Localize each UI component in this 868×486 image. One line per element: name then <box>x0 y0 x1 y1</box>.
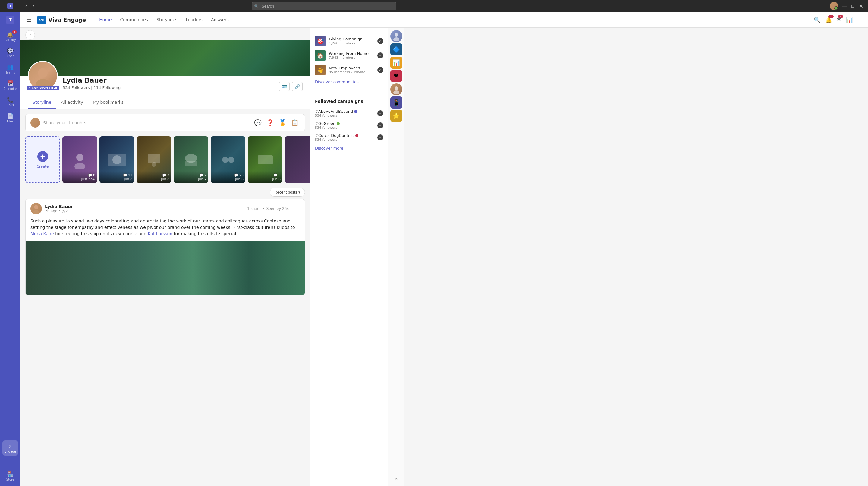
nav-home[interactable]: Home <box>96 16 115 24</box>
nav-storylines[interactable]: Storylines <box>153 16 181 24</box>
post-author-avatar <box>30 203 42 214</box>
header-messages-button[interactable]: ✉ 5 <box>835 16 842 24</box>
campaign-cutest-dog[interactable]: #CutestDogContest 534 followers ✓ <box>315 131 383 144</box>
campaign-go-green[interactable]: #GoGreen 534 followers ✓ <box>315 119 383 131</box>
sidebar-item-files[interactable]: 📄 Files <box>2 110 18 125</box>
campaign-3-check: ✓ <box>377 134 383 141</box>
community-working-from-home[interactable]: 🏠 Working From Home 7,943 members ✓ <box>315 48 383 63</box>
story-item-2[interactable]: 💬11 Jun 8 <box>99 136 134 183</box>
far-right-app-4[interactable]: 📱 <box>390 96 402 109</box>
post-link-mona[interactable]: Mona Kane <box>30 231 54 236</box>
header-share-button[interactable]: 📊 <box>845 16 854 24</box>
story-item-6[interactable]: 💬5 Jun 6 <box>248 136 282 183</box>
sidebar-item-more[interactable]: ··· <box>2 457 18 467</box>
collapse-panel-button[interactable]: « <box>393 473 400 484</box>
header-notifications-button[interactable]: 🔔 12 <box>824 16 833 24</box>
tab-all-activity[interactable]: All activity <box>56 96 88 109</box>
story-item-3[interactable]: 💬7 Jun 8 <box>136 136 171 183</box>
story-comments-1: 💬8 <box>88 173 95 177</box>
avatar-silhouette <box>31 64 55 88</box>
user-avatar[interactable] <box>830 2 838 10</box>
campaign-1-dot <box>354 110 357 113</box>
sidebar-item-calls[interactable]: 📞 Calls <box>2 94 18 109</box>
share-question-button[interactable]: ❓ <box>265 118 275 127</box>
sidebar-item-teams[interactable]: 👥 Teams <box>2 61 18 77</box>
far-right-avatar-2[interactable] <box>390 83 402 95</box>
tab-my-bookmarks[interactable]: My bookmarks <box>88 96 128 109</box>
community-giving-campaign[interactable]: 🎯 Giving Campaign 1,268 members ✓ <box>315 34 383 48</box>
sidebar-item-chat[interactable]: 💬 Chat <box>2 45 18 60</box>
header-search-button[interactable]: 🔍 <box>812 16 822 24</box>
teams-sidebar: T 🔔 Activity 1 💬 Chat 👥 Teams 📅 Calendar… <box>0 12 21 486</box>
far-right-app-3[interactable]: ❤ <box>390 70 402 82</box>
minimize-button[interactable]: — <box>841 2 848 10</box>
app-header: ☰ VE Viva Engage Home Communities Storyl… <box>21 12 868 28</box>
svg-rect-12 <box>148 154 160 163</box>
story-item-7[interactable] <box>285 136 310 183</box>
new-employees-name: New Employees <box>329 66 374 70</box>
far-right-app-5[interactable]: ⭐ <box>390 110 402 122</box>
story-item-1[interactable]: 💬8 Just now <box>62 136 97 183</box>
header-more-button[interactable]: ··· <box>856 16 863 24</box>
campaign-1-check: ✓ <box>377 110 383 116</box>
sidebar-item-activity[interactable]: 🔔 Activity 1 <box>2 29 18 44</box>
story-thumbnail-7 <box>285 136 310 183</box>
share-kudos-button[interactable]: 🏅 <box>278 118 287 127</box>
share-user-avatar <box>30 118 40 127</box>
hamburger-button[interactable]: ☰ <box>25 16 33 24</box>
post-more-button[interactable]: ⋮ <box>292 204 300 213</box>
titlebar-right-actions: ··· — □ ✕ <box>821 2 868 10</box>
story-item-5[interactable]: 💬23 Jun 6 <box>211 136 245 183</box>
main-layout: T 🔔 Activity 1 💬 Chat 👥 Teams 📅 Calendar… <box>0 12 868 486</box>
tab-storyline[interactable]: Storyline <box>28 96 56 109</box>
maximize-button[interactable]: □ <box>850 2 856 10</box>
share-profile-button[interactable]: 🔗 <box>292 82 303 91</box>
discover-more-campaigns-link[interactable]: Discover more <box>315 146 383 150</box>
giving-campaign-avatar: 🎯 <box>315 36 326 47</box>
story-comments-5: 💬23 <box>234 173 244 177</box>
svg-text:T: T <box>9 18 12 22</box>
nav-leaders[interactable]: Leaders <box>182 16 206 24</box>
share-actions: 💬 ❓ 🏅 📋 <box>253 118 300 127</box>
sidebar-item-engage[interactable]: ⚡ Engage <box>2 441 18 456</box>
sidebar-activity-label: Activity <box>4 38 16 41</box>
profile-header: # CAMPAIGN TITLE Lydia Bauer 534 Followe… <box>21 40 310 109</box>
view-card-button[interactable]: 🪪 <box>279 82 290 91</box>
campaigns-section-title: Followed campaigns <box>315 99 383 104</box>
share-thoughts-input[interactable]: Share your thoughts <box>43 120 250 125</box>
recent-posts-filter-button[interactable]: Recent posts ▾ <box>270 188 305 196</box>
more-options-button[interactable]: ··· <box>821 2 827 10</box>
titlebar-navigation: ‹ › <box>21 2 39 10</box>
nav-answers[interactable]: Answers <box>207 16 232 24</box>
search-input[interactable] <box>252 2 396 10</box>
discover-communities-link[interactable]: Discover communities <box>315 80 383 84</box>
post-link-kat[interactable]: Kat Larsson <box>148 231 173 236</box>
far-right-app-1[interactable]: 🔷 <box>390 43 402 56</box>
share-chat-button[interactable]: 💬 <box>253 118 263 127</box>
seen-by: Seen by 264 <box>267 207 289 211</box>
svg-point-16 <box>222 157 228 163</box>
story-overlay-1: 💬8 Just now <box>62 171 97 183</box>
communities-section: 🎯 Giving Campaign 1,268 members ✓ 🏠 Work… <box>310 31 388 89</box>
post-filter-row: Recent posts ▾ <box>21 188 310 199</box>
calendar-icon: 📅 <box>7 80 13 87</box>
story-create[interactable]: + Create <box>25 136 60 183</box>
community-new-employees[interactable]: 👋 New Employees 85 members • Private ✓ <box>315 63 383 77</box>
share-count: 1 share <box>247 207 261 211</box>
profile-actions: 🪪 🔗 <box>279 82 303 91</box>
share-poll-button[interactable]: 📋 <box>290 118 300 127</box>
nav-communities[interactable]: Communities <box>117 16 152 24</box>
close-button[interactable]: ✕ <box>858 2 864 10</box>
forward-button[interactable]: › <box>30 2 37 10</box>
sidebar-item-store[interactable]: 🏪 Store <box>2 468 18 484</box>
story-date-4: Jun 7 <box>198 177 207 181</box>
far-right-avatar-1[interactable] <box>390 30 402 42</box>
sidebar-item-calendar[interactable]: 📅 Calendar <box>2 78 18 93</box>
post-card: Lydia Bauer 2h ago • @2 1 share • Seen b… <box>25 199 305 295</box>
section-divider <box>310 93 388 93</box>
story-item-4[interactable]: 💬2 Jun 7 <box>174 136 208 183</box>
far-right-app-2[interactable]: 📊 <box>390 57 402 69</box>
campaign-above-and-beyond[interactable]: #AboveAndBeyond 534 followers ✓ <box>315 107 383 119</box>
back-navigation-button[interactable]: ‹ <box>25 30 35 40</box>
back-button[interactable]: ‹ <box>23 2 29 10</box>
